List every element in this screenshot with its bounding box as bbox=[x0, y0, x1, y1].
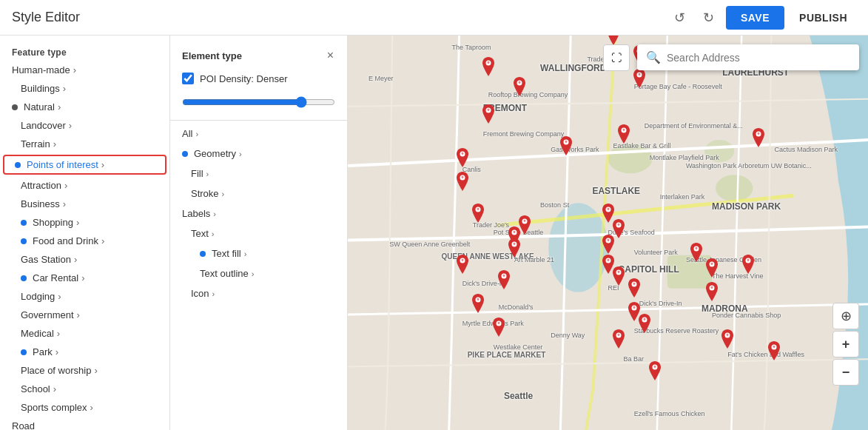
element-item-geometry[interactable]: Geometry › bbox=[170, 144, 347, 164]
dot-geometry bbox=[182, 151, 188, 157]
label-fill: Fill bbox=[191, 168, 203, 179]
sidebar-item-car-rental[interactable]: Car Rental › bbox=[0, 269, 169, 287]
map-search-bar[interactable]: 🔍 bbox=[637, 44, 859, 70]
svg-rect-0 bbox=[348, 36, 868, 430]
sidebar-item-place-of-worship[interactable]: Place of worship › bbox=[0, 361, 169, 380]
element-item-text[interactable]: Text › bbox=[170, 224, 347, 243]
app-title: Style Editor bbox=[12, 10, 80, 25]
sidebar-item-human-made[interactable]: Human-made › bbox=[0, 61, 169, 79]
zoom-out-button[interactable]: − bbox=[832, 359, 859, 386]
sidebar-item-natural[interactable]: Natural › bbox=[0, 98, 169, 116]
search-input[interactable] bbox=[667, 52, 850, 64]
sidebar-item-government[interactable]: Government › bbox=[0, 306, 169, 324]
close-element-panel-button[interactable]: × bbox=[326, 47, 335, 64]
label-medical: Medical bbox=[21, 328, 54, 339]
sidebar-item-lodging[interactable]: Lodging › bbox=[0, 287, 169, 306]
density-slider[interactable] bbox=[182, 96, 335, 108]
sidebar-item-school[interactable]: School › bbox=[0, 380, 169, 398]
divider-1 bbox=[170, 120, 347, 121]
poi-density-row: POI Density: Denser bbox=[170, 67, 347, 90]
label-lodging: Lodging bbox=[21, 291, 55, 302]
sidebar-item-road[interactable]: Road bbox=[0, 417, 169, 430]
chevron-park: › bbox=[55, 346, 58, 357]
map-area[interactable]: WALLINGFORDFREMONTEASTLAKEQUEEN ANNE WES… bbox=[348, 36, 868, 430]
sidebar-item-landcover[interactable]: Landcover › bbox=[0, 116, 169, 135]
chevron-medical: › bbox=[57, 328, 60, 339]
svg-point-5 bbox=[704, 140, 734, 162]
feature-type-sidebar: Feature type Human-made ›Buildings ›Natu… bbox=[0, 36, 170, 430]
sidebar-item-buildings[interactable]: Buildings › bbox=[0, 79, 169, 98]
label-buildings: Buildings bbox=[21, 83, 60, 94]
chevron-human-made: › bbox=[73, 64, 76, 75]
zoom-in-button[interactable]: + bbox=[832, 331, 859, 357]
label-park: Park bbox=[33, 346, 53, 357]
fullscreen-button[interactable]: ⛶ bbox=[603, 44, 630, 71]
label-attraction: Attraction bbox=[21, 180, 61, 191]
label-geometry: Geometry bbox=[194, 148, 236, 159]
sidebar-item-sports-complex[interactable]: Sports complex › bbox=[0, 398, 169, 417]
publish-button[interactable]: PUBLISH bbox=[790, 6, 856, 30]
chevron-shopping: › bbox=[76, 217, 79, 228]
map-controls: ⊕ + − bbox=[832, 303, 859, 386]
element-item-stroke[interactable]: Stroke › bbox=[170, 184, 347, 204]
sidebar-item-park[interactable]: Park › bbox=[0, 343, 169, 361]
redo-button[interactable]: ↻ bbox=[697, 7, 720, 29]
element-item-labels[interactable]: Labels › bbox=[170, 204, 347, 224]
fullscreen-icon: ⛶ bbox=[611, 52, 622, 64]
label-sports-complex: Sports complex bbox=[21, 402, 87, 413]
chevron-natural: › bbox=[58, 101, 61, 112]
sidebar-item-gas-station[interactable]: Gas Station › bbox=[0, 250, 169, 269]
element-item-all[interactable]: All › bbox=[170, 124, 347, 144]
element-type-title: Element type bbox=[182, 50, 242, 61]
chevron-lodging: › bbox=[58, 291, 61, 302]
chevron-stroke: › bbox=[222, 189, 225, 198]
search-icon: 🔍 bbox=[646, 50, 661, 64]
main-content: Feature type Human-made ›Buildings ›Natu… bbox=[0, 36, 868, 430]
sidebar-item-terrain[interactable]: Terrain › bbox=[0, 135, 169, 153]
label-road: Road bbox=[12, 420, 35, 430]
label-government: Government bbox=[21, 309, 74, 320]
label-stroke: Stroke bbox=[191, 188, 219, 199]
sidebar-item-business[interactable]: Business › bbox=[0, 195, 169, 213]
poi-density-checkbox[interactable] bbox=[182, 73, 194, 84]
element-item-text-outline[interactable]: Text outline › bbox=[170, 263, 347, 283]
undo-button[interactable]: ↺ bbox=[668, 7, 691, 29]
label-points-of-interest: Points of interest bbox=[27, 159, 98, 170]
density-slider-row bbox=[170, 90, 347, 117]
element-item-text-fill[interactable]: Text fill › bbox=[170, 243, 347, 263]
label-terrain: Terrain bbox=[21, 138, 50, 150]
sidebar-item-food-and-drink[interactable]: Food and Drink › bbox=[0, 232, 169, 250]
label-labels: Labels bbox=[182, 208, 210, 219]
sidebar-item-shopping[interactable]: Shopping › bbox=[0, 213, 169, 232]
sidebar-item-points-of-interest[interactable]: Points of interest › bbox=[3, 155, 166, 175]
sidebar-item-medical[interactable]: Medical › bbox=[0, 324, 169, 343]
dot-car-rental bbox=[21, 275, 27, 281]
label-shopping: Shopping bbox=[33, 217, 73, 228]
chevron-fill: › bbox=[206, 169, 209, 178]
chevron-government: › bbox=[77, 309, 80, 320]
save-button[interactable]: SAVE bbox=[726, 6, 784, 30]
chevron-points-of-interest: › bbox=[101, 159, 104, 170]
sidebar-item-attraction[interactable]: Attraction › bbox=[0, 176, 169, 195]
svg-point-2 bbox=[608, 144, 653, 173]
chevron-gas-station: › bbox=[74, 254, 77, 265]
svg-rect-4 bbox=[667, 255, 712, 289]
dot-park bbox=[21, 349, 27, 355]
label-food-and-drink: Food and Drink bbox=[33, 235, 98, 246]
chevron-sports-complex: › bbox=[90, 402, 93, 413]
chevron-all: › bbox=[195, 130, 198, 138]
element-list: All ›Geometry ›Fill ›Stroke ›Labels ›Tex… bbox=[170, 124, 347, 303]
label-natural: Natural bbox=[24, 101, 55, 112]
header-actions: ↺ ↻ SAVE PUBLISH bbox=[668, 6, 856, 30]
label-icon: Icon bbox=[191, 288, 209, 299]
my-location-button[interactable]: ⊕ bbox=[832, 303, 859, 329]
chevron-place-of-worship: › bbox=[94, 365, 97, 376]
chevron-text: › bbox=[212, 229, 215, 238]
element-item-icon[interactable]: Icon › bbox=[170, 283, 347, 303]
chevron-text-outline: › bbox=[252, 269, 255, 278]
chevron-text-fill: › bbox=[244, 249, 247, 258]
poi-density-label: POI Density: Denser bbox=[200, 73, 288, 84]
label-car-rental: Car Rental bbox=[33, 272, 78, 283]
element-item-fill[interactable]: Fill › bbox=[170, 164, 347, 184]
feature-type-title: Feature type bbox=[0, 41, 169, 61]
